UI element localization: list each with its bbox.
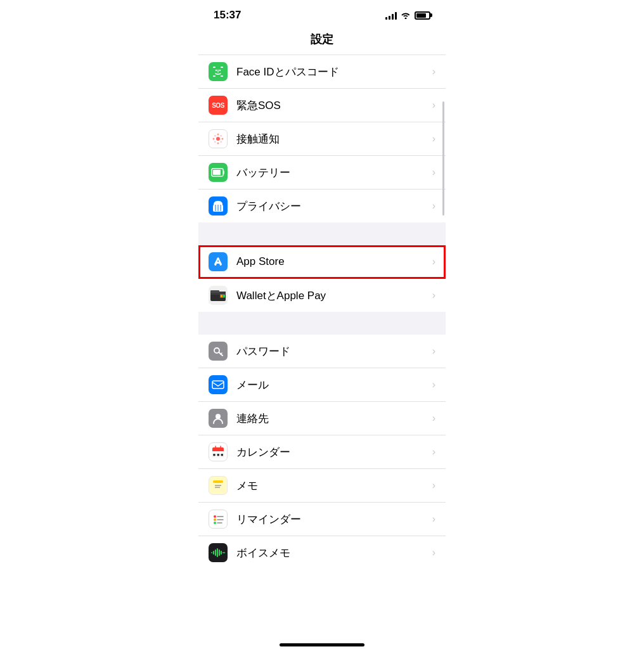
contacts-label: 連絡先 <box>236 411 432 426</box>
settings-item-voice[interactable]: ボイスメモ › <box>198 536 446 569</box>
calendar-label: カレンダー <box>236 445 432 459</box>
svg-point-4 <box>216 70 217 71</box>
notes-icon <box>209 476 228 495</box>
reminders-label: リマインダー <box>236 512 432 527</box>
passwords-label: パスワード <box>236 344 432 359</box>
svg-rect-0 <box>213 67 216 68</box>
settings-item-privacy[interactable]: プライバシー › <box>198 190 446 222</box>
svg-point-12 <box>214 135 216 136</box>
home-bar <box>280 643 364 646</box>
svg-point-7 <box>216 137 220 141</box>
passwords-icon <box>209 342 228 361</box>
appstore-chevron: › <box>432 256 435 267</box>
privacy-icon <box>209 196 228 215</box>
settings-item-contacts[interactable]: 連絡先 › <box>198 402 446 435</box>
sos-icon: SOS <box>209 96 228 115</box>
svg-point-8 <box>217 134 219 136</box>
voice-label: ボイスメモ <box>236 546 432 560</box>
mail-icon <box>209 375 228 394</box>
svg-point-5 <box>219 70 221 71</box>
settings-item-appstore[interactable]: A App Store › <box>198 245 446 279</box>
status-icons <box>385 10 430 21</box>
exposure-chevron: › <box>432 133 435 145</box>
settings-item-notes[interactable]: メモ › <box>198 469 446 503</box>
svg-point-14 <box>214 141 216 143</box>
section-gap-1 <box>198 222 446 245</box>
svg-rect-17 <box>213 170 221 175</box>
svg-rect-50 <box>215 549 216 556</box>
svg-rect-55 <box>224 552 225 553</box>
svg-rect-39 <box>213 480 223 483</box>
svg-rect-25 <box>221 295 222 297</box>
face-id-label: Face IDとパスコード <box>236 65 432 79</box>
battery-icon <box>415 11 430 20</box>
signal-icon <box>385 11 397 20</box>
svg-point-13 <box>221 135 222 136</box>
svg-rect-51 <box>217 548 218 557</box>
svg-point-15 <box>221 141 222 143</box>
settings-item-mail[interactable]: メール › <box>198 368 446 402</box>
svg-rect-30 <box>212 381 224 389</box>
battery-label: バッテリー <box>236 165 432 180</box>
svg-rect-52 <box>219 549 220 556</box>
battery-list-icon <box>209 163 228 182</box>
wallet-icon <box>209 286 228 305</box>
contacts-icon <box>209 409 228 428</box>
passwords-chevron: › <box>432 345 435 357</box>
page-title: 設定 <box>198 27 446 55</box>
status-bar: 15:37 <box>198 0 446 27</box>
svg-rect-26 <box>223 295 225 297</box>
settings-item-passwords[interactable]: パスワード › <box>198 335 446 368</box>
svg-text:■ ■ ■: ■ ■ ■ <box>213 453 224 457</box>
svg-point-9 <box>217 143 219 145</box>
svg-rect-2 <box>213 75 216 77</box>
svg-point-10 <box>213 138 215 140</box>
svg-point-11 <box>222 138 224 140</box>
battery-chevron: › <box>432 167 435 178</box>
voice-chevron: › <box>432 547 435 558</box>
svg-rect-23 <box>210 290 219 293</box>
sos-label: 緊急SOS <box>236 98 432 113</box>
face-id-chevron: › <box>432 66 435 77</box>
section-gap-2 <box>198 312 446 335</box>
svg-rect-53 <box>221 551 222 555</box>
wifi-icon <box>401 10 411 21</box>
appstore-icon: A <box>209 252 228 271</box>
reminders-chevron: › <box>432 513 435 525</box>
phone-frame: 15:37 設定 <box>198 0 446 649</box>
notes-label: メモ <box>236 479 432 493</box>
calendar-chevron: › <box>432 446 435 458</box>
settings-item-face-id[interactable]: Face IDとパスコード › <box>198 55 446 89</box>
contacts-chevron: › <box>432 413 435 424</box>
privacy-chevron: › <box>432 200 435 212</box>
svg-point-44 <box>214 522 216 524</box>
settings-item-calendar[interactable]: ■ ■ ■ カレンダー › <box>198 435 446 469</box>
svg-rect-1 <box>221 67 223 68</box>
settings-section-apps: パスワード › メール › 連絡先 › <box>198 335 446 569</box>
calendar-icon: ■ ■ ■ <box>209 442 228 461</box>
face-id-icon <box>209 62 228 81</box>
svg-rect-3 <box>221 75 223 77</box>
reminders-icon <box>209 510 228 529</box>
settings-item-reminders[interactable]: リマインダー › <box>198 503 446 536</box>
svg-rect-34 <box>212 450 224 451</box>
settings-section-store: A App Store › WalletとApple Pay <box>198 245 446 312</box>
wallet-chevron: › <box>432 290 435 301</box>
exposure-label: 接触通知 <box>236 132 432 146</box>
voice-icon <box>209 543 228 562</box>
mail-label: メール <box>236 378 432 392</box>
settings-item-sos[interactable]: SOS 緊急SOS › <box>198 89 446 122</box>
mail-chevron: › <box>432 379 435 390</box>
svg-point-43 <box>214 518 216 521</box>
settings-item-battery[interactable]: バッテリー › <box>198 156 446 190</box>
svg-rect-49 <box>213 551 214 555</box>
scrollbar[interactable] <box>442 101 444 215</box>
settings-item-wallet[interactable]: WalletとApple Pay › <box>198 279 446 312</box>
svg-rect-54 <box>222 552 224 553</box>
wallet-label: WalletとApple Pay <box>236 288 432 303</box>
sos-chevron: › <box>432 100 435 111</box>
appstore-label: App Store <box>236 255 432 268</box>
exposure-icon <box>209 129 228 148</box>
notes-chevron: › <box>432 480 435 491</box>
settings-item-exposure[interactable]: 接触通知 › <box>198 122 446 156</box>
